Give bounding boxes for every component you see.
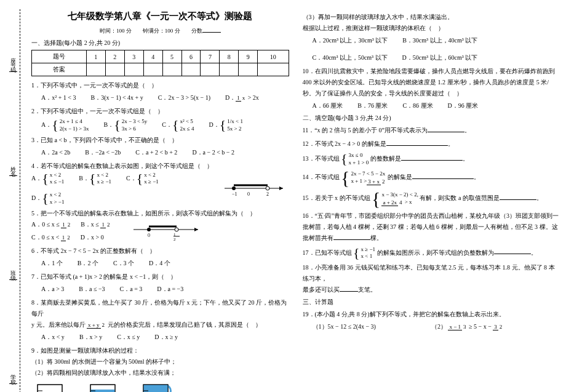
question-14: 14．不等式组 { 2x − 7 < 5 − 2x x + 1 >3 + x2 … xyxy=(303,169,560,187)
q1-opt-c: C．2x − 3 > 5(x − 1) xyxy=(158,92,210,103)
binding-class-label: 班级 xyxy=(9,266,17,276)
answer-grid: 题号 1 2 3 4 5 6 7 8 9 10 答案 xyxy=(31,50,289,76)
question-4: 4．若不等式组的解集在数轴上表示如图，则这个不等式组是（ ） A．{x < 2x… xyxy=(31,161,289,206)
question-13: 13．不等式组 {3x ≤ 0x + 1 > 0 的整数解是。 xyxy=(303,152,560,166)
question-10: 10．在四川抗震救灾中，某抢险地段需要爆破，操作人员点燃导火线后，要在炸药爆炸前… xyxy=(303,66,560,111)
svg-text:0: 0 xyxy=(247,191,250,197)
binding-school-label: 学校 xyxy=(9,370,17,380)
binding-seat-label: 座号码 xyxy=(9,53,17,68)
left-column: 七年级数学第八章《一元一次不等式》测验题 时间：100 分 钟满分：100 分 … xyxy=(31,9,289,392)
question-5: 5．把一个不等式组的解集表示在数轴上，如图所示，则该不等式组的解集为（ ） A．… xyxy=(31,208,289,243)
binding-margin: 座号码 姓名 班级 学校 xyxy=(6,9,20,392)
number-line-q5: 0 1 2 xyxy=(130,220,204,241)
beaker-3: (3) xyxy=(137,382,174,392)
svg-text:2: 2 xyxy=(266,191,269,197)
question-1: 1．下列不等式中，一元一次不等式的是（ ） A．x² + 1 < 3 B．3(x… xyxy=(31,80,289,103)
section2-heading: 二、填空题(每小题 3 分,共 24 分) xyxy=(303,114,560,122)
beaker-2: (2) xyxy=(84,382,121,392)
q19-part2: （2） x − 13 ≥ 5 − x − 32 xyxy=(431,321,503,332)
q19-part1: （1）5x − 12 ≤ 2(4x − 3) xyxy=(313,321,376,332)
svg-marker-9 xyxy=(194,228,198,231)
svg-point-10 xyxy=(147,228,151,231)
section1-heading: 一、选择题(每小题 2 分,共 20 分) xyxy=(31,39,289,47)
svg-point-2 xyxy=(232,186,236,190)
question-9: 9．如图是测量一颗玻璃球体积的过程： （1）将 300ml 的水倒进一个容量为 … xyxy=(31,345,289,378)
question-11: 11．“x 的 2 倍与 5 的差小于 0”用不等式表示为。 xyxy=(303,125,560,136)
grid-answer-label: 答案 xyxy=(32,63,87,76)
question-19: 19．(本小题 4 分,共 8 分)解下列不等式，并把它的解集在数轴上表示出来。… xyxy=(303,309,560,332)
question-2: 2．下列不等式组中，一元一次不等式组是（ ） A．{2x + 1 ≤ 42(x … xyxy=(31,106,289,132)
svg-marker-1 xyxy=(279,186,283,190)
question-18: 18．小亮准备用 36 元钱买铅笔和练习本。已知每支笔 2.5 元，每本练习本 … xyxy=(303,262,560,295)
beaker-1: (1) xyxy=(31,382,68,392)
page-title: 七年级数学第八章《一元一次不等式》测验题 xyxy=(31,10,289,22)
svg-point-11 xyxy=(175,228,178,231)
beaker-figures: (1) (2) xyxy=(31,382,289,392)
question-9-cont: （3）再加一颗同样的玻璃球放入水中，结果水满溢出。 根据以上过程，推测这样一颗玻… xyxy=(303,12,560,63)
question-15: 15．若关于 x 的不等式组 { x − 3(x − 2) < 2, a + 2… xyxy=(303,190,560,208)
svg-text:2: 2 xyxy=(173,237,176,241)
q1-opt-d: D．1x > 2x xyxy=(225,92,259,103)
svg-text:−1: −1 xyxy=(232,191,237,197)
question-3: 3．已知 a < b，下列四个不等式中，不正确的是（ ） A．2a < 2b B… xyxy=(31,135,289,158)
right-column: （3）再加一颗同样的玻璃球放入水中，结果水满溢出。 根据以上过程，推测这样一颗玻… xyxy=(303,9,560,392)
question-17: 17．已知不等式组 {x ≥ −1x < 1 的解集如图所示，则不等式组的负整数… xyxy=(303,246,560,260)
question-7: 7．已知不等式 (a + 1)x > 2 的解集是 x < −1，则（ ） A．… xyxy=(31,271,289,295)
question-8: 8．某商贩去菜摊买黄瓜，他上午买了 30 斤，价格为每斤 x 元；下午，他又买了… xyxy=(31,297,289,343)
q1-opt-a: A．x² + 1 < 3 xyxy=(41,92,76,103)
svg-text:0: 0 xyxy=(148,233,150,238)
number-line-q4: −1 0 2 xyxy=(221,179,289,198)
exam-timeline: 时间：100 分 钟满分：100 分 分数 xyxy=(31,26,289,35)
question-16: 16．“五·四”青年节，市团委组织部分中学的团员去西山植树，某校九年级（3）班团… xyxy=(303,210,560,244)
q1-opt-b: B．3(x − 1) < 4x + y xyxy=(91,92,143,103)
question-6: 6．不等式 2x − 7 < 5 − 2x 的正整数解有（ ） A．1 个 B．… xyxy=(31,246,289,269)
binding-name-label: 姓名 xyxy=(9,162,17,172)
section3-heading: 三、计算题 xyxy=(303,298,560,306)
svg-point-3 xyxy=(266,186,269,190)
question-12: 12．不等式 2x − 4 > 0 的解集是。 xyxy=(303,138,560,150)
grid-header-label: 题号 xyxy=(32,50,87,63)
